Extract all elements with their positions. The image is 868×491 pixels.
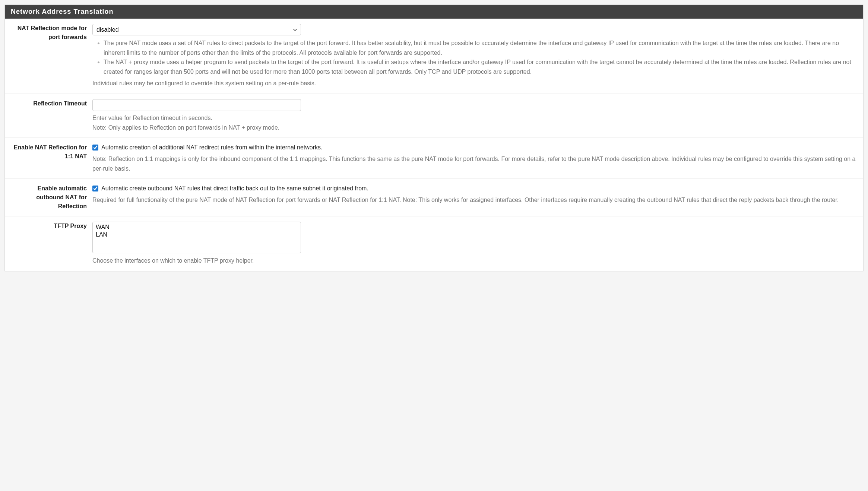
reflection-timeout-row: Reflection Timeout Enter value for Refle… [5, 94, 863, 138]
nat-panel: Network Address Translation NAT Reflecti… [4, 4, 864, 271]
nat-reflection-mode-label: NAT Reflection mode for port forwards [5, 24, 92, 88]
enable-outbound-help: Required for full functionality of the p… [92, 195, 856, 205]
tftp-proxy-option-lan[interactable]: LAN [94, 231, 299, 238]
nat-reflection-mode-select[interactable]: disabled [92, 24, 301, 35]
reflection-timeout-input[interactable] [92, 99, 301, 111]
nat-reflection-mode-help-footer: Individual rules may be configured to ov… [92, 79, 856, 88]
reflection-timeout-help: Enter value for Reflection timeout in se… [92, 113, 856, 132]
nat-reflection-mode-help-bullet2: The NAT + proxy mode uses a helper progr… [104, 57, 856, 76]
tftp-proxy-help: Choose the interfaces on which to enable… [92, 256, 856, 266]
enable-outbound-label: Enable automatic outbound NAT for Reflec… [5, 184, 92, 211]
enable-1to1-row: Enable NAT Reflection for 1:1 NAT Automa… [5, 138, 863, 179]
enable-1to1-checkbox[interactable] [92, 145, 98, 151]
enable-outbound-checkbox[interactable] [92, 186, 98, 191]
tftp-proxy-label: TFTP Proxy [5, 222, 92, 266]
enable-outbound-row: Enable automatic outbound NAT for Reflec… [5, 179, 863, 216]
enable-1to1-help: Note: Reflection on 1:1 mappings is only… [92, 154, 856, 173]
enable-1to1-checkbox-label: Automatic creation of additional NAT red… [101, 143, 322, 152]
enable-outbound-checkbox-label: Automatic create outbound NAT rules that… [101, 184, 368, 193]
tftp-proxy-option-wan[interactable]: WAN [94, 224, 299, 231]
nat-reflection-mode-row: NAT Reflection mode for port forwards di… [5, 19, 863, 94]
enable-1to1-label: Enable NAT Reflection for 1:1 NAT [5, 143, 92, 173]
tftp-proxy-row: TFTP Proxy WAN LAN Choose the interfaces… [5, 216, 863, 271]
nat-reflection-mode-help-list: The pure NAT mode uses a set of NAT rule… [104, 38, 856, 76]
reflection-timeout-label: Reflection Timeout [5, 99, 92, 132]
panel-title: Network Address Translation [5, 5, 863, 19]
nat-reflection-mode-help-bullet1: The pure NAT mode uses a set of NAT rule… [104, 38, 856, 57]
tftp-proxy-select[interactable]: WAN LAN [92, 222, 301, 253]
